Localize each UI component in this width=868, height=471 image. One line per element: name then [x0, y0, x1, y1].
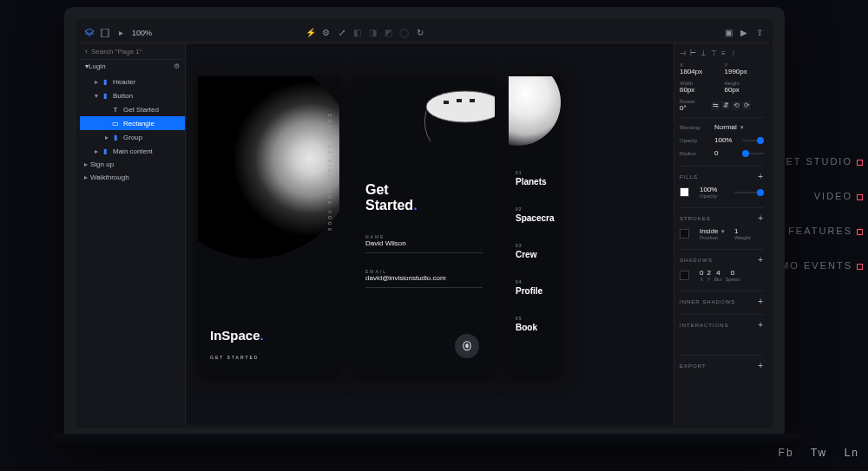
- cta-label: GET STARTED: [210, 355, 259, 360]
- opacity-value[interactable]: 100%: [714, 136, 737, 144]
- bolt-icon[interactable]: ⚡: [306, 29, 315, 37]
- app-toolbar: ▸ 100% ⚡ ⚙ ⤢ ◧ ◨ ◩ ◯ ↻ ▣ ▶ ⇪: [80, 23, 769, 43]
- artboard-menu[interactable]: 01Planets 02Spacecra 03Crew 04Profile 05…: [509, 76, 561, 376]
- email-value: david@invisionstudio.com: [365, 274, 483, 282]
- left-panel: ‹ ▾Login ⚙ ▸▮Header ▾▮Button TGet Starte…: [80, 43, 186, 425]
- layers-tree: ▸▮Header ▾▮Button TGet Started ▭Rectangl…: [80, 73, 185, 425]
- tree-node-walkthrough[interactable]: ▸Walkthrough: [80, 171, 185, 184]
- flip-icon[interactable]: ⟳: [742, 101, 751, 110]
- search-input[interactable]: [91, 48, 182, 56]
- pos-x[interactable]: 1804px: [680, 68, 720, 75]
- fill-opacity[interactable]: 100%: [700, 186, 729, 193]
- mask-icon[interactable]: ◯: [400, 29, 409, 37]
- canvas[interactable]: BOOK YOUR TRIP TO SPACE InSpace GET STAR…: [186, 43, 674, 425]
- social-ln[interactable]: Ln: [845, 447, 859, 459]
- shadow-swatch[interactable]: [680, 271, 689, 280]
- flip-icon[interactable]: ⟲: [732, 101, 740, 110]
- social-tw[interactable]: Tw: [811, 447, 827, 459]
- resize-icon[interactable]: ⤢: [338, 29, 346, 37]
- align-top-icon[interactable]: ⊤: [711, 49, 717, 57]
- stroke-weight[interactable]: 1: [734, 227, 764, 235]
- page-settings-icon[interactable]: ⚙: [174, 62, 180, 70]
- zoom-level[interactable]: 100%: [132, 29, 152, 37]
- inspector-panel: ⊣ ⊢ ⊥ ⊤ ≡ ⋮ X1804px Y1990px Width60px He…: [674, 43, 769, 425]
- name-value: David Wilson: [365, 239, 483, 247]
- flip-v-icon[interactable]: ⇵: [721, 101, 730, 110]
- vertical-tagline: BOOK YOUR TRIP TO SPACE: [327, 111, 332, 231]
- fill-slider[interactable]: [734, 192, 764, 193]
- laptop-mockup: ▸ 100% ⚡ ⚙ ⤢ ◧ ◨ ◩ ◯ ↻ ▣ ▶ ⇪ ‹ ▾Login: [64, 7, 785, 441]
- layers-icon[interactable]: [85, 29, 94, 37]
- app-title: InSpace: [210, 328, 264, 343]
- svg-rect-0: [102, 29, 108, 37]
- union-icon[interactable]: ◧: [353, 29, 362, 37]
- tree-node-getstarted[interactable]: TGet Started: [80, 102, 185, 116]
- social-links: Fb Tw Ln: [766, 447, 859, 459]
- fingerprint-button[interactable]: [455, 334, 479, 358]
- design-app: ▸ 100% ⚡ ⚙ ⤢ ◧ ◨ ◩ ◯ ↻ ▣ ▶ ⇪ ‹ ▾Login: [80, 23, 769, 425]
- align-left-icon[interactable]: ⊣: [680, 49, 686, 57]
- pointer-icon[interactable]: ▸: [116, 29, 125, 37]
- share-icon[interactable]: ⇪: [755, 29, 764, 37]
- page-icon[interactable]: [101, 29, 109, 37]
- add-inner-shadow[interactable]: +: [758, 297, 764, 306]
- refresh-icon[interactable]: ↻: [416, 29, 424, 37]
- folder-icon: ▮: [111, 133, 120, 141]
- play-icon[interactable]: ▶: [740, 29, 748, 37]
- folder-icon: ▮: [101, 77, 109, 86]
- stroke-swatch[interactable]: [680, 229, 689, 239]
- opacity-slider[interactable]: [742, 140, 764, 141]
- svg-rect-4: [457, 99, 462, 102]
- tree-node-header[interactable]: ▸▮Header: [80, 75, 185, 88]
- folder-icon: ▮: [101, 147, 109, 155]
- align-right-icon[interactable]: ⊥: [700, 49, 707, 57]
- rect-icon: ▭: [111, 119, 120, 128]
- size-h[interactable]: 60px: [725, 86, 765, 94]
- preview-icon[interactable]: ▣: [724, 29, 733, 37]
- rotate[interactable]: 0°: [680, 104, 706, 112]
- tree-node-group[interactable]: ▸▮Group: [80, 130, 185, 144]
- back-icon[interactable]: ‹: [85, 47, 88, 56]
- align-tools: ⊣ ⊢ ⊥ ⊤ ≡ ⋮: [680, 47, 764, 62]
- radius-slider[interactable]: .slider[data-name="radius-slider"]::afte…: [742, 153, 764, 154]
- tree-node-button[interactable]: ▾▮Button: [80, 88, 185, 102]
- dist-v-icon[interactable]: ⋮: [730, 49, 737, 57]
- pos-y[interactable]: 1990px: [725, 68, 765, 75]
- dist-h-icon[interactable]: ≡: [721, 49, 726, 57]
- search-row: ‹: [80, 43, 185, 60]
- add-export[interactable]: +: [758, 361, 764, 370]
- gear-icon[interactable]: ⚙: [322, 29, 331, 37]
- add-interaction[interactable]: +: [758, 320, 764, 330]
- align-center-icon[interactable]: ⊢: [690, 49, 696, 57]
- planet-graphic: [509, 76, 561, 146]
- size-w[interactable]: 60px: [680, 86, 720, 94]
- add-stroke[interactable]: +: [758, 213, 764, 223]
- blend-dropdown[interactable]: Normal: [714, 123, 744, 131]
- artboard-getstarted[interactable]: GetStarted NAME David Wilson EMAIL david…: [353, 76, 495, 376]
- add-shadow[interactable]: +: [758, 255, 764, 265]
- intersect-icon[interactable]: ◩: [385, 29, 393, 37]
- moon-graphic: [198, 76, 339, 258]
- tree-node-rectangle[interactable]: ▭Rectangle: [80, 116, 185, 130]
- svg-rect-3: [444, 101, 449, 104]
- flip-h-icon[interactable]: ⇋: [711, 101, 720, 110]
- tree-node-maincontent[interactable]: ▸▮Main content: [80, 144, 185, 158]
- radius-value[interactable]: 0: [714, 149, 737, 157]
- social-fb[interactable]: Fb: [779, 447, 794, 459]
- screen-title: GetStarted: [365, 182, 418, 213]
- folder-icon: ▮: [101, 91, 109, 100]
- svg-rect-5: [470, 99, 475, 102]
- stroke-position[interactable]: Inside: [700, 227, 729, 235]
- add-fill[interactable]: +: [758, 172, 764, 181]
- spacecraft-graphic: [396, 76, 495, 172]
- artboard-login[interactable]: BOOK YOUR TRIP TO SPACE InSpace GET STAR…: [198, 76, 339, 376]
- subtract-icon[interactable]: ◨: [369, 29, 378, 37]
- fill-swatch[interactable]: [680, 187, 689, 197]
- flip-controls: ⇋⇵⟲⟳: [711, 101, 751, 110]
- page-label[interactable]: Login: [89, 62, 106, 70]
- text-icon: T: [111, 105, 120, 114]
- tree-node-signup[interactable]: ▸Sign up: [80, 158, 185, 171]
